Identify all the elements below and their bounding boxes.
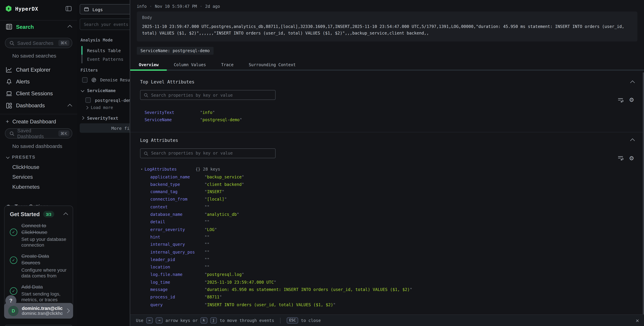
event-relative-time: 2d ago xyxy=(205,4,220,9)
detail-tab[interactable]: Column Values xyxy=(168,60,212,70)
attribute-row: command_tag "INSERT" xyxy=(140,188,634,195)
attribute-value[interactable]: backup_service xyxy=(207,175,242,179)
gear-icon[interactable]: ⚙ xyxy=(629,155,634,161)
attribute-key[interactable]: internal_query_pos xyxy=(150,250,205,254)
analysis-mode-item[interactable]: Event Patterns xyxy=(81,55,124,63)
log-attributes-root[interactable]: ▾ LogAttributes {} 28 keys xyxy=(140,166,634,173)
detail-scroll-area[interactable]: Top Level Attributes ⚙ xyxy=(130,79,644,308)
attribute-value[interactable]: client backend xyxy=(207,182,242,187)
attribute-key[interactable]: internal_query xyxy=(150,242,205,247)
attribute-key[interactable]: process_id xyxy=(150,295,205,299)
scrollbar[interactable] xyxy=(643,72,644,314)
arrow-left-key: ← xyxy=(146,317,153,323)
sidebar-item-chart-explorer[interactable]: Chart Explorer xyxy=(0,64,77,76)
tab-underline-track xyxy=(130,69,644,71)
detail-tab[interactable]: Overview xyxy=(133,60,164,70)
filter-value-row[interactable]: postgresql-demo xyxy=(86,98,134,103)
attribute-key[interactable]: database_name xyxy=(150,212,205,217)
service-name-tag[interactable]: ServiceName: postgresql-demo xyxy=(137,47,214,55)
chevron-up-icon[interactable] xyxy=(64,212,68,217)
attribute-value[interactable]: LOG xyxy=(207,227,214,232)
presets-toggle[interactable]: PRESETS xyxy=(6,155,72,159)
sidebar-item-dashboards[interactable]: Dashboards xyxy=(0,100,77,111)
filter-group-severitytext[interactable]: SeverityText xyxy=(81,115,118,120)
denoise-checkbox[interactable] xyxy=(82,77,88,83)
attribute-key[interactable]: query xyxy=(150,302,205,307)
sidebar-collapse-icon[interactable] xyxy=(65,6,72,12)
attribute-key[interactable]: command_tag xyxy=(150,190,205,194)
attribute-key[interactable]: SeverityText xyxy=(144,110,200,115)
attribute-value[interactable]: 88711 xyxy=(207,295,219,299)
create-dashboard-label: Create Dashboard xyxy=(12,118,56,124)
footer-text: to move through events xyxy=(220,318,274,323)
close-icon[interactable]: × xyxy=(636,317,639,324)
service-checkbox[interactable] xyxy=(86,98,91,103)
collapse-section-icon[interactable] xyxy=(630,138,635,143)
active-tab-indicator xyxy=(130,69,167,71)
create-dashboard-button[interactable]: + Create Dashboard xyxy=(0,114,77,125)
attribute-value[interactable]: INSERT xyxy=(207,190,222,194)
body-text: 2025-11-10 23:59:47.000 UTC,postgres,ana… xyxy=(142,23,634,37)
saved-dashboards-input[interactable]: Saved Dashboards ⌘K xyxy=(5,128,72,139)
attribute-key[interactable]: application_name xyxy=(150,175,205,179)
attribute-value[interactable]: duration: 45.950 ms statement: INSERT IN… xyxy=(207,287,410,292)
detail-tab[interactable]: Surrounding Context xyxy=(243,60,302,70)
sidebar-item-client-sessions[interactable]: Client Sessions xyxy=(0,88,77,99)
top-level-attribute-rows: SeverityText "info" ServiceName "postgre… xyxy=(140,109,634,124)
attribute-value[interactable]: INSERT INTO orders (user_id, total) VALU… xyxy=(207,302,333,307)
attribute-key[interactable]: backend_type xyxy=(150,182,205,187)
attribute-value[interactable]: analytics_db xyxy=(207,212,236,217)
log-attributes-header: Log Attributes xyxy=(140,138,634,143)
attribute-value[interactable]: info xyxy=(202,110,212,115)
user-menu[interactable]: D dominic.tran@clic... dominic.tran@clic… xyxy=(4,303,73,318)
load-more-button[interactable]: Load more xyxy=(86,105,113,110)
help-button[interactable]: ? xyxy=(6,295,16,306)
saved-searches-input[interactable]: Saved Searches ⌘K xyxy=(5,38,72,48)
sidebar-item-search[interactable]: Search xyxy=(0,20,77,33)
attribute-key[interactable]: ServiceName xyxy=(144,118,200,122)
top-level-search[interactable] xyxy=(140,90,276,100)
sidebar-item-alerts[interactable]: Alerts xyxy=(0,76,77,88)
attribute-key[interactable]: message xyxy=(150,287,205,292)
attribute-key[interactable]: location xyxy=(150,265,205,269)
tree-expand-icon[interactable]: ▾ xyxy=(141,168,144,171)
mode-rail xyxy=(81,55,82,63)
attribute-value[interactable]: postgresql-demo xyxy=(202,118,240,122)
get-started-item[interactable]: ✓ Create Data Sources Configure where yo… xyxy=(10,253,67,279)
attribute-value[interactable]: 2025-11-10 23:59:47.000 UTC xyxy=(207,280,274,284)
detail-tab[interactable]: Trace xyxy=(216,60,239,70)
analysis-mode-list: Results Table Event Patterns xyxy=(81,46,124,63)
filter-group-servicename[interactable]: ServiceName xyxy=(81,88,116,93)
attribute-key[interactable]: context xyxy=(150,205,205,209)
preset-item[interactable]: ClickHouse xyxy=(0,162,77,172)
check-circle-icon: ✓ xyxy=(10,228,17,236)
get-started-item[interactable]: ✓ Connect to ClickHouse Set up your data… xyxy=(10,223,67,248)
attribute-key[interactable]: error_severity xyxy=(150,227,205,232)
wrap-lines-icon[interactable] xyxy=(618,97,624,103)
log-attributes-section: Log Attributes ⚙ xyxy=(130,132,644,308)
log-attributes-search-input[interactable] xyxy=(140,149,275,158)
log-attributes-search[interactable] xyxy=(140,148,276,158)
attribute-key[interactable]: log.file.name xyxy=(150,272,205,277)
top-level-search-input[interactable] xyxy=(140,90,275,99)
denoise-filter-row[interactable]: Denoise Results xyxy=(82,77,137,83)
gear-icon[interactable]: ⚙ xyxy=(629,97,634,103)
preset-item[interactable]: Services xyxy=(0,172,77,182)
search-icon xyxy=(10,41,14,45)
attribute-value[interactable]: postgresql.log xyxy=(207,272,242,277)
tree-root-name[interactable]: LogAttributes xyxy=(144,167,196,172)
esc-key: ESC xyxy=(287,317,298,323)
attribute-key[interactable]: detail xyxy=(150,220,205,224)
wrap-lines-icon[interactable] xyxy=(618,155,624,161)
attribute-key[interactable]: leader_pid xyxy=(150,257,205,262)
analysis-mode-item[interactable]: Results Table xyxy=(81,46,124,55)
attribute-value[interactable]: [local] xyxy=(207,197,224,202)
preset-item[interactable]: Kubernetes xyxy=(0,182,77,191)
attribute-key[interactable]: hint xyxy=(150,235,205,239)
collapse-section-icon[interactable] xyxy=(630,80,635,85)
attribute-key[interactable]: log_time xyxy=(150,280,205,284)
get-started-item[interactable]: ✓ Add Data Start sending logs, metrics, … xyxy=(10,284,67,303)
chart-icon xyxy=(6,66,12,73)
chevron-right-icon xyxy=(81,116,84,120)
attribute-key[interactable]: connection_from xyxy=(150,197,205,202)
